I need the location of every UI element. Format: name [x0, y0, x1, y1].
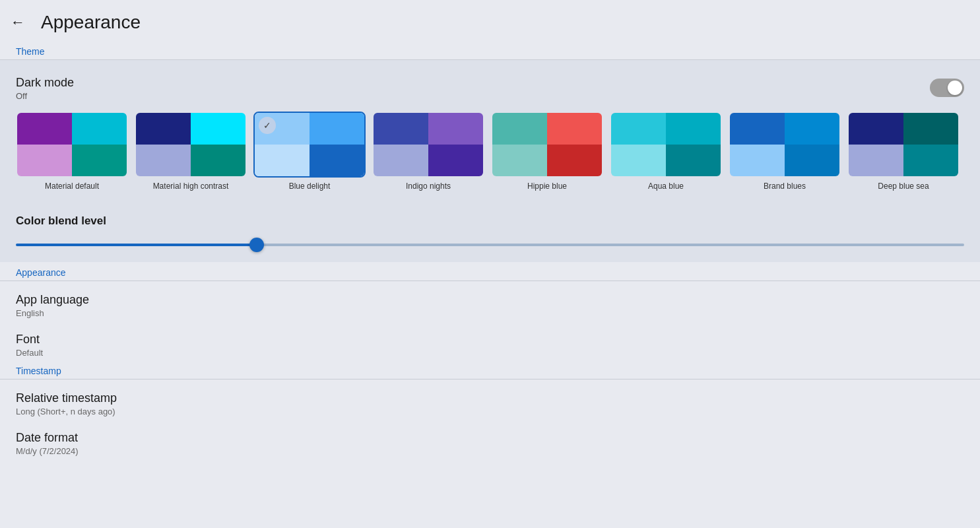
theme-name-1: Material high contrast	[153, 182, 229, 191]
theme-card-6[interactable]: Brand blues	[729, 112, 841, 191]
back-button[interactable]: ←	[11, 13, 30, 32]
font-row[interactable]: Font Default	[16, 321, 964, 360]
appearance-section: App language English Font Default	[0, 281, 980, 360]
font-label: Font	[16, 333, 964, 346]
timestamp-section-label: Timestamp	[0, 360, 980, 379]
theme-card-3[interactable]: Indigo nights	[372, 112, 484, 191]
selected-check-icon: ✓	[259, 117, 276, 134]
color-themes-row: Material defaultMaterial high contrast✓B…	[16, 109, 964, 196]
theme-card-7[interactable]: Deep blue sea	[847, 112, 960, 191]
header: ← Appearance	[0, 0, 980, 41]
relative-timestamp-value: Long (Short+, n days ago)	[16, 407, 964, 416]
theme-card-4[interactable]: Hippie blue	[491, 112, 603, 191]
theme-name-4: Hippie blue	[527, 182, 567, 191]
appearance-section-label: Appearance	[0, 262, 980, 280]
font-value: Default	[16, 348, 964, 358]
relative-timestamp-row[interactable]: Relative timestamp Long (Short+, n days …	[16, 380, 964, 419]
theme-card-5[interactable]: Aqua blue	[610, 112, 722, 191]
dark-mode-label: Dark mode	[16, 76, 74, 90]
slider-container	[16, 237, 964, 262]
theme-name-5: Aqua blue	[648, 182, 684, 191]
theme-card-2[interactable]: ✓Blue delight	[253, 112, 366, 191]
date-format-row[interactable]: Date format M/d/y (7/2/2024)	[16, 419, 964, 459]
toggle-track	[930, 79, 964, 97]
color-blend-section: Color blend level	[0, 207, 980, 262]
app-language-value: English	[16, 308, 964, 318]
theme-name-3: Indigo nights	[406, 182, 451, 191]
theme-card-0[interactable]: Material default	[16, 112, 128, 191]
date-format-label: Date format	[16, 431, 964, 445]
toggle-thumb	[948, 81, 962, 95]
color-blend-label: Color blend level	[16, 214, 964, 228]
app-language-row[interactable]: App language English	[16, 281, 964, 321]
relative-timestamp-label: Relative timestamp	[16, 391, 964, 405]
dark-mode-sublabel: Off	[16, 91, 74, 101]
theme-section: Dark mode Off Material defaultMaterial h…	[0, 60, 980, 207]
timestamp-section: Relative timestamp Long (Short+, n days …	[0, 380, 980, 459]
theme-name-6: Brand blues	[764, 182, 806, 191]
date-format-value: M/d/y (7/2/2024)	[16, 446, 964, 456]
color-blend-slider[interactable]	[16, 244, 964, 246]
theme-name-7: Deep blue sea	[878, 182, 929, 191]
dark-mode-row: Dark mode Off	[16, 71, 964, 109]
app-language-label: App language	[16, 293, 964, 307]
theme-name-0: Material default	[45, 182, 99, 191]
theme-section-label: Theme	[0, 41, 980, 59]
dark-mode-text: Dark mode Off	[16, 76, 74, 101]
dark-mode-toggle[interactable]	[930, 79, 964, 97]
page-title: Appearance	[41, 12, 141, 33]
theme-card-1[interactable]: Material high contrast	[135, 112, 247, 191]
theme-name-2: Blue delight	[289, 182, 331, 191]
